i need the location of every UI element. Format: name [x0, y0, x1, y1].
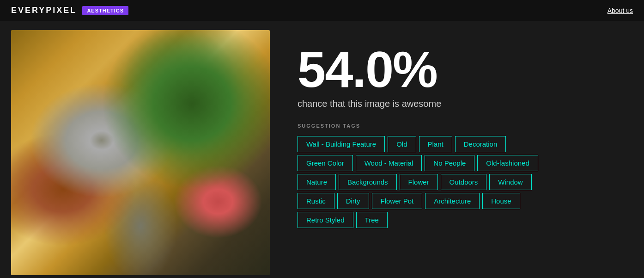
tags-row-4: Retro Styled Tree: [298, 212, 633, 228]
header-left: EVERYPIXEL AESTHETICS: [11, 6, 128, 15]
score-section: 54.0% chance that this image is awesome: [298, 44, 633, 109]
tag-outdoors[interactable]: Outdoors: [441, 174, 487, 190]
tag-flower[interactable]: Flower: [400, 174, 438, 190]
tag-flower-pot[interactable]: Flower Pot: [372, 193, 423, 209]
about-link[interactable]: About us: [608, 7, 633, 14]
tags-row-2: Nature Backgrounds Flower Outdoors Windo…: [298, 174, 633, 190]
tag-architecture[interactable]: Architecture: [425, 193, 480, 209]
tag-house[interactable]: House: [482, 193, 520, 209]
tag-wall-building-feature[interactable]: Wall - Building Feature: [298, 136, 385, 152]
tag-plant[interactable]: Plant: [419, 136, 452, 152]
score-value: 54.0%: [298, 44, 633, 95]
image-overlay: [11, 30, 270, 275]
main-content: 54.0% chance that this image is awesome …: [0, 21, 644, 278]
tag-old-fashioned[interactable]: Old-fashioned: [477, 155, 538, 171]
tag-window[interactable]: Window: [489, 174, 531, 190]
suggestion-section: SUGGESTION TAGS Wall - Building Feature …: [298, 123, 633, 228]
logo: EVERYPIXEL: [11, 6, 77, 15]
header: EVERYPIXEL AESTHETICS About us: [0, 0, 644, 21]
score-subtitle: chance that this image is awesome: [298, 99, 633, 109]
tag-rustic[interactable]: Rustic: [298, 193, 334, 209]
tags-row-0: Wall - Building Feature Old Plant Decora…: [298, 136, 633, 152]
tag-old[interactable]: Old: [388, 136, 416, 152]
tag-green-color[interactable]: Green Color: [298, 155, 353, 171]
tag-retro-styled[interactable]: Retro Styled: [298, 212, 353, 228]
tags-grid: Wall - Building Feature Old Plant Decora…: [298, 136, 633, 228]
tags-row-3: Rustic Dirty Flower Pot Architecture Hou…: [298, 193, 633, 209]
tag-wood-material[interactable]: Wood - Material: [356, 155, 422, 171]
tag-nature[interactable]: Nature: [298, 174, 336, 190]
right-panel: 54.0% chance that this image is awesome …: [298, 30, 633, 275]
suggestion-label: SUGGESTION TAGS: [298, 123, 633, 129]
tag-dirty[interactable]: Dirty: [337, 193, 369, 209]
tag-decoration[interactable]: Decoration: [455, 136, 506, 152]
tags-row-1: Green Color Wood - Material No People Ol…: [298, 155, 633, 171]
aesthetics-badge: AESTHETICS: [82, 6, 128, 15]
tag-backgrounds[interactable]: Backgrounds: [339, 174, 397, 190]
tag-tree[interactable]: Tree: [356, 212, 388, 228]
tag-no-people[interactable]: No People: [425, 155, 474, 171]
uploaded-image: [11, 30, 270, 275]
